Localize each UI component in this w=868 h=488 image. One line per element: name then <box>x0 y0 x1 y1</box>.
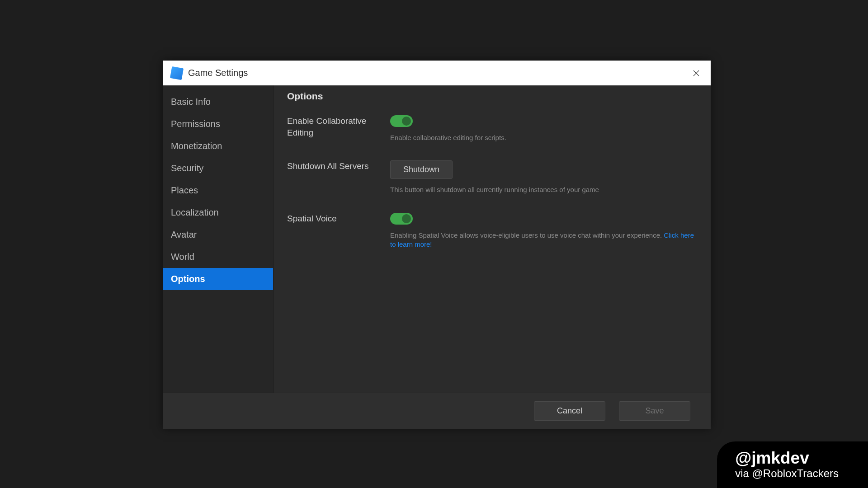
toggle-knob-icon <box>402 214 411 223</box>
sidebar-item-world[interactable]: World <box>163 246 273 268</box>
collaborative-editing-label: Enable Collaborative Editing <box>287 115 390 142</box>
attribution-watermark: @jmkdev via @RobloxTrackers <box>717 441 868 488</box>
titlebar: Game Settings <box>163 61 711 85</box>
row-shutdown-servers: Shutdown All Servers Shutdown This butto… <box>287 160 697 194</box>
sidebar-item-places[interactable]: Places <box>163 179 273 202</box>
row-spatial-voice: Spatial Voice Enabling Spatial Voice all… <box>287 213 697 249</box>
shutdown-desc: This button will shutdown all currently … <box>390 185 697 194</box>
spatial-voice-label: Spatial Voice <box>287 213 390 249</box>
spatial-voice-desc-text: Enabling Spatial Voice allows voice-elig… <box>390 231 664 239</box>
roblox-studio-logo-icon <box>170 66 184 80</box>
close-button[interactable] <box>691 68 702 79</box>
close-icon <box>692 69 700 77</box>
spatial-voice-desc: Enabling Spatial Voice allows voice-elig… <box>390 231 697 249</box>
sidebar-item-avatar[interactable]: Avatar <box>163 224 273 246</box>
collaborative-editing-desc: Enable collaborative editing for scripts… <box>390 133 697 142</box>
watermark-via: via @RobloxTrackers <box>735 467 839 480</box>
cancel-button[interactable]: Cancel <box>534 401 605 421</box>
save-button[interactable]: Save <box>619 401 690 421</box>
sidebar-item-security[interactable]: Security <box>163 157 273 179</box>
sidebar-item-permissions[interactable]: Permissions <box>163 113 273 135</box>
dialog-body: Basic Info Permissions Monetization Secu… <box>163 85 711 393</box>
page-title: Options <box>287 91 697 102</box>
sidebar-item-basic-info[interactable]: Basic Info <box>163 91 273 113</box>
sidebar-item-monetization[interactable]: Monetization <box>163 135 273 157</box>
shutdown-label: Shutdown All Servers <box>287 160 390 194</box>
dialog-title: Game Settings <box>188 68 248 78</box>
sidebar-item-localization[interactable]: Localization <box>163 202 273 224</box>
sidebar-item-options[interactable]: Options <box>163 268 273 290</box>
row-collaborative-editing: Enable Collaborative Editing Enable coll… <box>287 115 697 142</box>
shutdown-button[interactable]: Shutdown <box>390 160 453 179</box>
settings-sidebar: Basic Info Permissions Monetization Secu… <box>163 85 274 393</box>
game-settings-dialog: Game Settings Basic Info Permissions Mon… <box>163 61 711 429</box>
collaborative-editing-toggle[interactable] <box>390 115 413 127</box>
options-panel: Options Enable Collaborative Editing Ena… <box>274 85 711 393</box>
watermark-handle: @jmkdev <box>735 450 839 466</box>
toggle-knob-icon <box>402 117 411 126</box>
dialog-footer: Cancel Save <box>163 393 711 429</box>
spatial-voice-toggle[interactable] <box>390 213 413 225</box>
